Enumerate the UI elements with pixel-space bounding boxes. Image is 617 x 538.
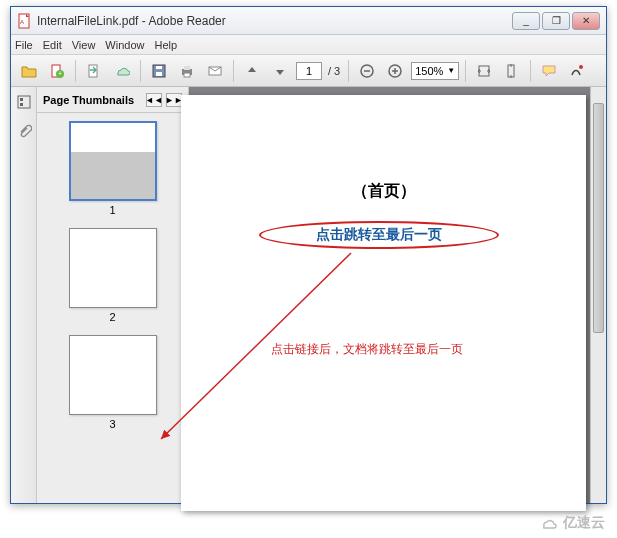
thumbnail[interactable]: 2 bbox=[69, 228, 157, 323]
annotation-ellipse: 点击跳转至最后一页 bbox=[259, 221, 499, 249]
menu-edit[interactable]: Edit bbox=[43, 39, 62, 51]
thumbnails-panel: Page Thumbnails ◄◄ ►► 1 2 3 bbox=[37, 87, 189, 503]
svg-rect-7 bbox=[156, 72, 162, 76]
vertical-scrollbar[interactable] bbox=[590, 87, 606, 503]
annotation-text: 点击链接后，文档将跳转至最后一页 bbox=[271, 341, 463, 358]
thumbnail[interactable]: 1 bbox=[69, 121, 157, 216]
page-title: （首页） bbox=[181, 181, 586, 202]
chevron-down-icon: ▼ bbox=[447, 66, 455, 75]
cloud-icon[interactable] bbox=[110, 59, 134, 83]
menubar: File Edit View Window Help bbox=[11, 35, 606, 55]
svg-rect-8 bbox=[156, 66, 162, 69]
menu-help[interactable]: Help bbox=[154, 39, 177, 51]
svg-text:A: A bbox=[20, 19, 24, 25]
svg-point-20 bbox=[579, 65, 583, 69]
toolbar: + 1 / 3 150%▼ bbox=[11, 55, 606, 87]
page-up-icon[interactable] bbox=[240, 59, 264, 83]
print-icon[interactable] bbox=[175, 59, 199, 83]
create-pdf-icon[interactable]: + bbox=[45, 59, 69, 83]
thumbnails-list: 1 2 3 bbox=[37, 113, 188, 503]
minimize-button[interactable]: _ bbox=[512, 12, 540, 30]
thumbnail-number: 3 bbox=[69, 418, 157, 430]
window-title: InternalFileLink.pdf - Adobe Reader bbox=[37, 14, 512, 28]
titlebar: A InternalFileLink.pdf - Adobe Reader _ … bbox=[11, 7, 606, 35]
svg-rect-21 bbox=[18, 96, 30, 108]
pdf-icon: A bbox=[17, 13, 33, 29]
thumbnail[interactable]: 3 bbox=[69, 335, 157, 430]
thumbnail-page bbox=[69, 228, 157, 308]
document-area: （首页） 点击跳转至最后一页 点击链接后，文档将跳转至最后一页 bbox=[189, 87, 606, 503]
watermark: 亿速云 bbox=[539, 514, 605, 532]
thumbnail-number: 2 bbox=[69, 311, 157, 323]
zoom-select[interactable]: 150%▼ bbox=[411, 62, 459, 80]
fit-width-icon[interactable] bbox=[472, 59, 496, 83]
open-file-icon[interactable] bbox=[17, 59, 41, 83]
email-icon[interactable] bbox=[203, 59, 227, 83]
thumbnails-tab-icon[interactable] bbox=[15, 93, 33, 111]
page-total: / 3 bbox=[328, 65, 340, 77]
app-window: A InternalFileLink.pdf - Adobe Reader _ … bbox=[10, 6, 607, 504]
scrollbar-thumb[interactable] bbox=[593, 103, 604, 333]
menu-window[interactable]: Window bbox=[105, 39, 144, 51]
svg-text:+: + bbox=[58, 70, 62, 77]
cloud-logo-icon bbox=[539, 516, 559, 530]
save-icon[interactable] bbox=[147, 59, 171, 83]
thumbnail-page bbox=[69, 121, 157, 201]
zoom-out-icon[interactable] bbox=[355, 59, 379, 83]
thumbnail-page bbox=[69, 335, 157, 415]
sign-icon[interactable] bbox=[565, 59, 589, 83]
svg-rect-11 bbox=[184, 73, 190, 77]
page-down-icon[interactable] bbox=[268, 59, 292, 83]
attachments-tab-icon[interactable] bbox=[15, 123, 33, 141]
window-controls: _ ❐ ✕ bbox=[512, 12, 600, 30]
fit-page-icon[interactable] bbox=[500, 59, 524, 83]
maximize-button[interactable]: ❐ bbox=[542, 12, 570, 30]
panel-prev-button[interactable]: ◄◄ bbox=[146, 93, 162, 107]
page-input[interactable]: 1 bbox=[296, 62, 322, 80]
svg-rect-10 bbox=[184, 66, 190, 70]
internal-link[interactable]: 点击跳转至最后一页 bbox=[316, 226, 442, 244]
comment-icon[interactable] bbox=[537, 59, 561, 83]
left-rail bbox=[11, 87, 37, 503]
svg-rect-22 bbox=[20, 98, 23, 101]
pdf-page: （首页） 点击跳转至最后一页 点击链接后，文档将跳转至最后一页 bbox=[181, 95, 586, 511]
thumbnail-number: 1 bbox=[69, 204, 157, 216]
menu-file[interactable]: File bbox=[15, 39, 33, 51]
export-pdf-icon[interactable] bbox=[82, 59, 106, 83]
svg-rect-23 bbox=[20, 103, 23, 106]
zoom-in-icon[interactable] bbox=[383, 59, 407, 83]
close-button[interactable]: ✕ bbox=[572, 12, 600, 30]
workarea: Page Thumbnails ◄◄ ►► 1 2 3 bbox=[11, 87, 606, 503]
panel-next-button[interactable]: ►► bbox=[166, 93, 182, 107]
panel-header: Page Thumbnails ◄◄ ►► bbox=[37, 87, 188, 113]
panel-title: Page Thumbnails bbox=[43, 94, 142, 106]
menu-view[interactable]: View bbox=[72, 39, 96, 51]
